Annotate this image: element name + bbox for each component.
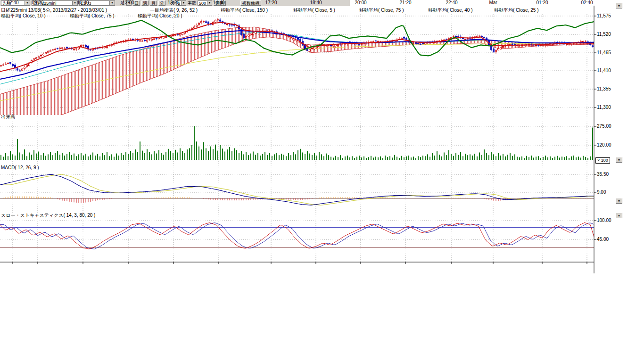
volume-axis-label: 275.00 — [597, 123, 611, 129]
time-axis-label: 20:00 — [350, 0, 371, 5]
time-axis-label: Mar — [483, 0, 504, 5]
time-axis-label: 22:40 — [441, 0, 462, 5]
macd-panel-title: MACD( 12, 26, 9 ) — [1, 165, 39, 170]
volume-panel-title: 出来高 — [1, 114, 15, 120]
legend-item: 移動平均( Close, 40 ) — [428, 7, 472, 14]
volume-axis-label: 120.00 — [597, 142, 611, 148]
price-axis-label: 11,520 — [597, 32, 611, 37]
legend-item: 移動平均( Close, 75 ) — [359, 7, 404, 14]
legend-item: 移動平均( Close, 25 ) — [494, 7, 538, 14]
time-axis-label: 13:20 — [163, 0, 184, 5]
volume-multiplier-badge: × 100 — [595, 157, 610, 164]
price-axis-label: 11,355 — [597, 86, 611, 91]
price-axis-label: 11,575 — [597, 13, 611, 18]
time-axis-label: 12:00 — [118, 0, 139, 5]
legend-item: 移動平均( Close, 150 ) — [221, 7, 268, 14]
time-axis-label: 02:40 — [2, 0, 23, 5]
time-axis-label: 21:20 — [395, 0, 416, 5]
time-axis-label: 17:20 — [261, 0, 281, 5]
panel-scroll-down-button[interactable]: ▼ — [616, 198, 622, 204]
panel-scroll-down-button[interactable]: ▼ — [616, 3, 622, 8]
time-axis-label: 18:40 — [305, 0, 326, 5]
legend-item: 移動平均( Close, 5 ) — [293, 7, 335, 14]
time-axis-label: 01:20 — [532, 0, 553, 5]
chart-application-window: 先物 ▼ 日経225mini ▼ 13/03 ▼ 足 ▼ 日 週 月 分 分 5… — [0, 0, 644, 362]
price-axis-label: 11,465 — [597, 50, 611, 55]
legend-item: 移動平均( Close, 10 ) — [1, 13, 45, 19]
stochastics-panel-title: スロー・ストキャスティクス( 14, 3, 80, 20 ) — [1, 212, 95, 219]
time-axis-label: 10:40 — [73, 0, 93, 5]
macd-axis-label: 35.50 — [597, 172, 609, 177]
legend-item: 移動平均( Close, 20 ) — [138, 13, 182, 19]
time-axis-label: 02:40 — [577, 0, 597, 5]
panel-scroll-down-button[interactable]: ▼ — [616, 157, 622, 163]
panel-scroll-down-button[interactable]: ▼ — [616, 213, 622, 218]
price-axis-label: 11,300 — [597, 105, 611, 110]
stoch-axis-label: 100.00 — [597, 218, 611, 223]
time-axis-label: 14:40 — [208, 0, 229, 5]
legend-item: 移動平均( Close, 75 ) — [70, 13, 114, 19]
time-axis-label: 09:20 — [27, 0, 48, 5]
stoch-axis-label: 45.00 — [597, 237, 609, 242]
price-axis-label: 11,410 — [597, 68, 611, 73]
macd-axis-label: 9.00 — [597, 189, 606, 195]
chart-canvas[interactable] — [0, 0, 623, 273]
